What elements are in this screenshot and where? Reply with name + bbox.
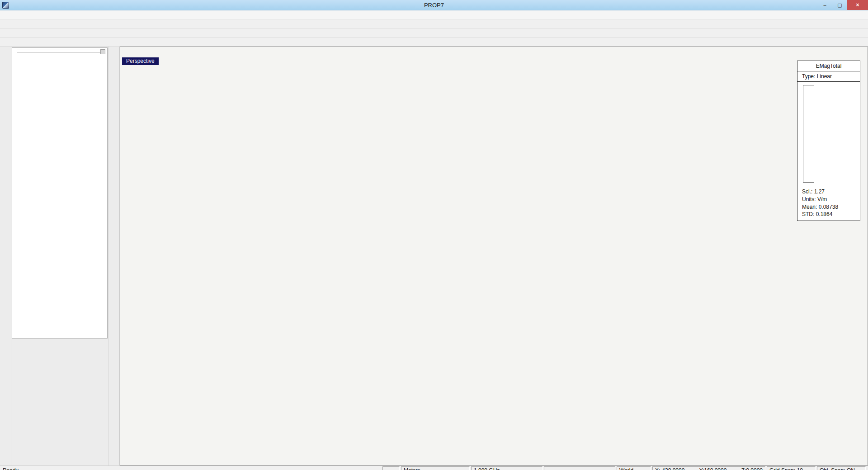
module-bar: [0, 47, 11, 465]
status-frequency[interactable]: 1.000 GHz: [471, 466, 542, 470]
legend-mean: Mean: 0.08738: [802, 203, 860, 211]
status-bar: Ready Meters 1.000 GHz World X:-430.0000…: [0, 465, 868, 470]
status-y: Y:160.0000: [699, 467, 727, 470]
legend-colorbar: [803, 85, 814, 183]
utility-bar: [108, 47, 120, 465]
legend-title: EMagTotal: [797, 61, 860, 71]
menu-bar: [0, 10, 868, 19]
view-mode-label: Perspective: [122, 57, 159, 65]
legend-type: Type: Linear: [797, 71, 860, 82]
project-tree-panel: [12, 47, 108, 338]
status-empty-2: [544, 466, 615, 470]
status-obj-snap[interactable]: Obj. Snap: ON: [817, 466, 866, 470]
legend-scale: Scl.: 1.27: [802, 188, 860, 196]
panel-gripper[interactable]: [17, 50, 103, 53]
status-ready: Ready: [3, 467, 19, 470]
legend-units: Units: V/m: [802, 196, 860, 203]
status-empty-1: [382, 466, 400, 470]
status-units[interactable]: Meters: [401, 466, 470, 470]
status-coordinate-system[interactable]: World: [617, 466, 651, 470]
status-grid-snap[interactable]: Grid Snap: 10: [767, 466, 816, 470]
toolbar-draw: [0, 28, 868, 38]
legend-std: STD: 0.1864: [802, 211, 860, 218]
viewport[interactable]: Perspective EMagTotal Type: Linear Scl.:…: [120, 47, 868, 465]
project-tree: [12, 54, 107, 55]
toolbar-standard: [0, 19, 868, 28]
title-bar[interactable]: PROP7 – ▢ ×: [0, 0, 868, 10]
panel-options-button[interactable]: [100, 49, 105, 54]
status-z: Z:0.0000: [741, 467, 763, 470]
status-x: X:-430.0000: [655, 467, 684, 470]
legend-stats: Scl.: 1.27 Units: V/m Mean: 0.08738 STD:…: [797, 186, 860, 221]
window-title: PROP7: [0, 2, 868, 9]
colormap-legend: EMagTotal Type: Linear Scl.: 1.27 Units:…: [797, 61, 860, 221]
toolbar-modify: [0, 38, 868, 47]
viewport-3d-scene[interactable]: [120, 47, 868, 465]
status-coordinates: X:-430.0000 Y:160.0000 Z:0.0000: [652, 466, 765, 470]
